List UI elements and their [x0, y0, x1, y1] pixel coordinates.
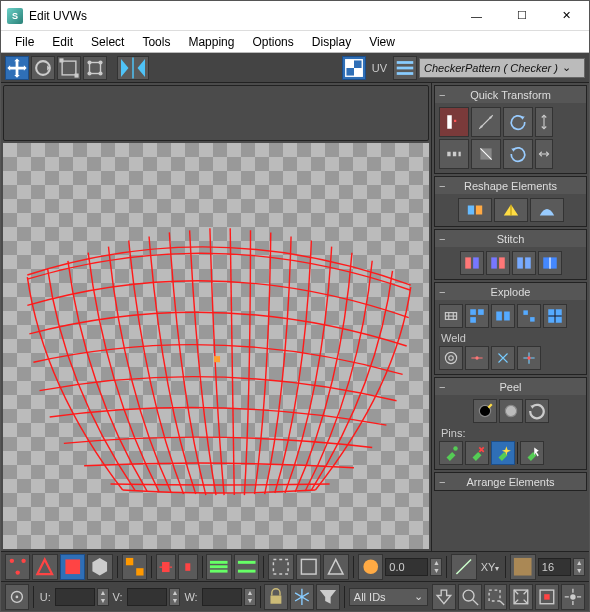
- reset-peel-button[interactable]: [525, 399, 549, 423]
- element-mode-button[interactable]: [87, 554, 112, 580]
- stitch-custom-button[interactable]: [538, 251, 562, 275]
- menu-display[interactable]: Display: [304, 33, 359, 51]
- separator: [202, 556, 203, 578]
- select-by-element-button[interactable]: [122, 554, 147, 580]
- ring-button[interactable]: [234, 554, 259, 580]
- freeform-tool[interactable]: [83, 56, 107, 80]
- w-spinner[interactable]: ▲▼: [244, 588, 255, 606]
- zoom-extents-button[interactable]: [509, 584, 533, 610]
- rollout-head-peel[interactable]: −Peel: [435, 378, 586, 395]
- soft-value-spinner[interactable]: ▲▼: [430, 558, 442, 576]
- maximize-button[interactable]: ☐: [499, 1, 544, 30]
- ignore-backface-button[interactable]: [296, 554, 321, 580]
- rotate-cw-button[interactable]: [503, 139, 533, 169]
- stitch-avg-button[interactable]: [512, 251, 536, 275]
- minus-icon: −: [439, 381, 445, 393]
- soft-value-field[interactable]: 0.0: [385, 558, 428, 576]
- straighten-button[interactable]: [458, 198, 492, 222]
- zoom-region-button[interactable]: [484, 584, 508, 610]
- rollout-head-reshape[interactable]: −Reshape Elements: [435, 177, 586, 194]
- align-horz-button[interactable]: [535, 139, 553, 169]
- weld-all-button[interactable]: [491, 346, 515, 370]
- edge-mode-button[interactable]: [32, 554, 57, 580]
- menu-edit[interactable]: Edit: [44, 33, 81, 51]
- zoom-selected-button[interactable]: [535, 584, 559, 610]
- u-spinner[interactable]: ▲▼: [97, 588, 108, 606]
- relax-custom-button[interactable]: [530, 198, 564, 222]
- falloff-button[interactable]: [510, 554, 535, 580]
- svg-rect-33: [499, 257, 505, 268]
- rotate-tool[interactable]: [31, 56, 55, 80]
- menu-select[interactable]: Select: [83, 33, 132, 51]
- break-mat-button[interactable]: [543, 304, 567, 328]
- space-h-button[interactable]: [439, 139, 469, 169]
- shrink-button[interactable]: [178, 554, 198, 580]
- stitch-target-button[interactable]: [486, 251, 510, 275]
- menu-options[interactable]: Options: [244, 33, 301, 51]
- vertex-mode-button[interactable]: [5, 554, 30, 580]
- u-field[interactable]: [55, 588, 96, 606]
- face-mode-button[interactable]: [60, 554, 85, 580]
- v-spinner[interactable]: ▲▼: [169, 588, 180, 606]
- break-sg-button[interactable]: [517, 304, 541, 328]
- pin-select-button[interactable]: [520, 441, 544, 465]
- break-face-button[interactable]: [465, 304, 489, 328]
- rotate-ccw-button[interactable]: [503, 107, 533, 137]
- pan-view-button[interactable]: [432, 584, 456, 610]
- uv-viewport[interactable]: [3, 143, 429, 549]
- falloff-spinner[interactable]: ▲▼: [573, 558, 585, 576]
- v-field[interactable]: [127, 588, 168, 606]
- peel-button[interactable]: [499, 399, 523, 423]
- show-map-toggle[interactable]: [342, 56, 366, 80]
- svg-point-6: [98, 60, 102, 64]
- align-linear-button[interactable]: [471, 107, 501, 137]
- w-field[interactable]: [202, 588, 243, 606]
- break-angle-button[interactable]: [491, 304, 515, 328]
- menu-file[interactable]: File: [7, 33, 42, 51]
- paint-select-button[interactable]: [268, 554, 293, 580]
- rollout-head-explode[interactable]: −Explode: [435, 283, 586, 300]
- close-button[interactable]: ✕: [544, 1, 589, 30]
- lock-button[interactable]: [264, 584, 288, 610]
- matid-dropdown[interactable]: All IDs⌄: [349, 588, 428, 606]
- pin-remove-button[interactable]: [465, 441, 489, 465]
- pin-auto-button[interactable]: [491, 441, 515, 465]
- menu-view[interactable]: View: [361, 33, 403, 51]
- edge-distance-button[interactable]: [451, 554, 476, 580]
- break-button[interactable]: [439, 304, 463, 328]
- move-tool[interactable]: [5, 56, 29, 80]
- freeze-button[interactable]: [290, 584, 314, 610]
- mirror-tool[interactable]: [117, 56, 149, 80]
- weld-target-button[interactable]: [439, 346, 463, 370]
- svg-rect-28: [467, 206, 473, 215]
- falloff-field[interactable]: 16: [538, 558, 571, 576]
- abs-coord-button[interactable]: [5, 584, 29, 610]
- rollout-head-stitch[interactable]: −Stitch: [435, 230, 586, 247]
- weld-selected-button[interactable]: [465, 346, 489, 370]
- filter-button[interactable]: [316, 584, 340, 610]
- rollout-head-quick-transform[interactable]: −Quick Transform: [435, 86, 586, 103]
- texture-dropdown[interactable]: CheckerPattern ( Checker ) ⌄: [419, 58, 585, 78]
- planar-angle-button[interactable]: [323, 554, 348, 580]
- align-vert-button[interactable]: [535, 107, 553, 137]
- align-left-button[interactable]: [439, 107, 469, 137]
- relax-button[interactable]: [494, 198, 528, 222]
- snap-button[interactable]: [561, 584, 585, 610]
- quick-peel-button[interactable]: [473, 399, 497, 423]
- svg-rect-31: [473, 257, 479, 268]
- minimize-button[interactable]: —: [454, 1, 499, 30]
- grow-button[interactable]: [156, 554, 176, 580]
- options-button[interactable]: [393, 56, 417, 80]
- weld-seams-button[interactable]: [517, 346, 541, 370]
- zoom-view-button[interactable]: [458, 584, 482, 610]
- pin-add-button[interactable]: [439, 441, 463, 465]
- menu-tools[interactable]: Tools: [134, 33, 178, 51]
- rollout-head-arrange[interactable]: −Arrange Elements: [435, 473, 586, 490]
- menu-mapping[interactable]: Mapping: [180, 33, 242, 51]
- loop-button[interactable]: [206, 554, 231, 580]
- stitch-source-button[interactable]: [460, 251, 484, 275]
- soft-select-button[interactable]: [358, 554, 383, 580]
- scale-tool[interactable]: [57, 56, 81, 80]
- flip-button[interactable]: [471, 139, 501, 169]
- uv-mesh[interactable]: [3, 143, 429, 549]
